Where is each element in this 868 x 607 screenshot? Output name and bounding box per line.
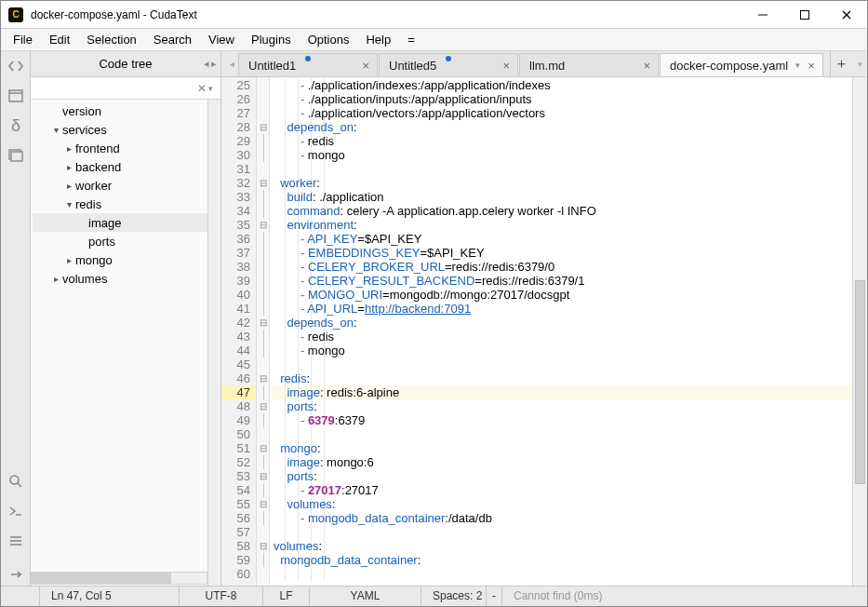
tree-node[interactable]: image bbox=[33, 213, 220, 232]
tree-hscrollbar[interactable] bbox=[31, 572, 207, 585]
code-line-text: volumes: bbox=[274, 497, 336, 511]
indent-guide bbox=[285, 525, 286, 539]
tree-node[interactable]: ▸volumes bbox=[33, 269, 220, 288]
new-tab-button[interactable]: ＋ bbox=[830, 51, 852, 76]
panel-next-icon[interactable]: ▸ bbox=[211, 58, 217, 70]
tab-close-icon[interactable]: × bbox=[643, 59, 650, 73]
validate-icon[interactable] bbox=[1, 526, 31, 556]
sidebar: Code tree ◂▸ ✕▾ version▾services▸fronten… bbox=[31, 51, 221, 586]
tabs-icon[interactable] bbox=[1, 141, 31, 170]
project-icon[interactable] bbox=[1, 81, 31, 111]
code-line-text: - 6379:6379 bbox=[274, 413, 365, 427]
menu-plugins[interactable]: Plugins bbox=[243, 31, 300, 48]
fold-toggle-icon[interactable]: ⊟ bbox=[257, 371, 269, 385]
indent-guide bbox=[324, 176, 325, 190]
titlebar: C docker-compose.yaml - CudaText bbox=[1, 1, 867, 29]
editor-vscrollbar[interactable] bbox=[852, 77, 867, 586]
status-bar: Ln 47, Col 5 UTF-8 LF YAML Spaces: 2 - C… bbox=[1, 586, 867, 606]
menu-search[interactable]: Search bbox=[145, 31, 200, 48]
line-gutter[interactable]: 2526272829303132333435363738394041424344… bbox=[221, 77, 257, 586]
tab-list-dropdown-icon[interactable]: ▾ bbox=[852, 51, 867, 76]
menu-=[interactable]: = bbox=[399, 31, 423, 48]
status-language[interactable]: YAML bbox=[310, 587, 421, 606]
fold-toggle-icon[interactable]: ⊟ bbox=[257, 120, 269, 134]
indent-guide bbox=[324, 162, 325, 176]
code-editor[interactable]: - ./application/indexes:/app/application… bbox=[270, 77, 852, 586]
indent-guide bbox=[324, 567, 325, 581]
window-title: docker-compose.yaml - CudaText bbox=[31, 8, 741, 21]
maximize-button[interactable] bbox=[783, 1, 825, 29]
menu-view[interactable]: View bbox=[200, 31, 243, 48]
console-icon[interactable] bbox=[1, 496, 31, 526]
menu-options[interactable]: Options bbox=[300, 31, 358, 48]
fold-toggle-icon[interactable]: ⊟ bbox=[257, 218, 269, 232]
status-encoding[interactable]: UTF-8 bbox=[180, 587, 263, 606]
fold-toggle-icon[interactable]: ⊟ bbox=[257, 176, 269, 190]
tree-twisty-icon[interactable]: ▸ bbox=[62, 162, 75, 172]
tree-vscrollbar[interactable] bbox=[207, 100, 220, 586]
tab-scroll-left-icon[interactable]: ◂ bbox=[225, 51, 238, 76]
tree-node[interactable]: ports bbox=[33, 232, 220, 250]
code-tree[interactable]: version▾services▸frontend▸backend▸worker… bbox=[31, 100, 220, 586]
fold-column[interactable]: ⊟⊟⊟⊟⊟⊟⊟⊟⊟⊟ bbox=[257, 77, 270, 586]
code-line-text: ports: bbox=[274, 399, 317, 413]
tree-node[interactable]: ▾services bbox=[33, 120, 220, 139]
tree-twisty-icon[interactable]: ▸ bbox=[49, 274, 62, 284]
filter-dropdown-icon[interactable]: ▾ bbox=[208, 84, 213, 93]
status-spaces[interactable]: Spaces: 2 bbox=[421, 587, 487, 606]
tree-twisty-icon[interactable]: ▸ bbox=[62, 255, 75, 265]
status-position[interactable]: Ln 47, Col 5 bbox=[40, 587, 180, 606]
output-icon[interactable] bbox=[1, 556, 31, 586]
code-line-text: - API_URL=http://backend:7091 bbox=[274, 302, 471, 316]
code-line-text: worker: bbox=[274, 176, 320, 190]
tree-twisty-icon[interactable]: ▾ bbox=[62, 199, 75, 209]
fold-toggle-icon[interactable]: ⊟ bbox=[257, 316, 269, 330]
fold-toggle-icon[interactable]: ⊟ bbox=[257, 441, 269, 455]
tab[interactable]: docker-compose.yaml▾× bbox=[660, 53, 823, 76]
menu-selection[interactable]: Selection bbox=[78, 31, 144, 48]
indent-guide bbox=[298, 525, 299, 539]
menu-help[interactable]: Help bbox=[357, 31, 399, 48]
tab[interactable]: Untitled1× bbox=[238, 53, 378, 76]
tree-node[interactable]: ▸backend bbox=[33, 157, 220, 176]
tree-node[interactable]: ▸worker bbox=[33, 176, 220, 195]
tab-chevron-icon[interactable]: ▾ bbox=[795, 61, 800, 70]
indent-guide bbox=[324, 371, 325, 385]
search-icon[interactable] bbox=[1, 466, 31, 496]
minimize-button[interactable] bbox=[741, 1, 783, 29]
tab-close-icon[interactable]: × bbox=[808, 59, 815, 73]
code-tree-icon[interactable] bbox=[1, 51, 31, 81]
tab-close-icon[interactable]: × bbox=[502, 59, 510, 73]
status-line-ending[interactable]: LF bbox=[263, 587, 310, 606]
tree-node[interactable]: version bbox=[33, 101, 220, 120]
tab-close-icon[interactable]: × bbox=[362, 59, 369, 73]
indent-guide bbox=[285, 567, 286, 581]
panel-prev-icon[interactable]: ◂ bbox=[204, 58, 209, 70]
svg-rect-5 bbox=[11, 152, 22, 161]
tree-filter-input[interactable] bbox=[34, 82, 194, 95]
tree-node-label: worker bbox=[75, 179, 112, 193]
tree-node[interactable]: ▸frontend bbox=[33, 139, 220, 157]
tab[interactable]: Untitled5× bbox=[379, 53, 518, 76]
indent-guide bbox=[311, 525, 312, 539]
fold-toggle-icon[interactable]: ⊟ bbox=[257, 497, 269, 511]
tree-node[interactable]: ▾redis bbox=[33, 195, 220, 213]
tree-twisty-icon[interactable]: ▸ bbox=[62, 181, 75, 191]
fold-toggle-icon[interactable]: ⊟ bbox=[257, 469, 269, 483]
tab[interactable]: llm.md× bbox=[519, 53, 659, 76]
code-line-text: - mongo bbox=[274, 344, 345, 357]
sidebar-search: ✕▾ bbox=[31, 77, 220, 100]
clear-filter-icon[interactable]: ✕ bbox=[197, 82, 207, 95]
close-button[interactable] bbox=[825, 1, 867, 29]
tree-twisty-icon[interactable]: ▸ bbox=[62, 143, 75, 154]
svg-rect-1 bbox=[800, 10, 808, 19]
menu-file[interactable]: File bbox=[5, 31, 41, 48]
menu-edit[interactable]: Edit bbox=[41, 31, 78, 48]
tree-twisty-icon[interactable]: ▾ bbox=[49, 125, 62, 135]
fold-toggle-icon[interactable]: ⊟ bbox=[257, 539, 269, 553]
code-line-text: redis: bbox=[274, 371, 310, 385]
fold-toggle-icon[interactable]: ⊟ bbox=[257, 399, 269, 413]
delta-icon[interactable]: δ bbox=[1, 111, 31, 141]
code-line-text: - mongodb_data_container:/data/db bbox=[274, 511, 492, 525]
tree-node[interactable]: ▸mongo bbox=[33, 250, 220, 269]
